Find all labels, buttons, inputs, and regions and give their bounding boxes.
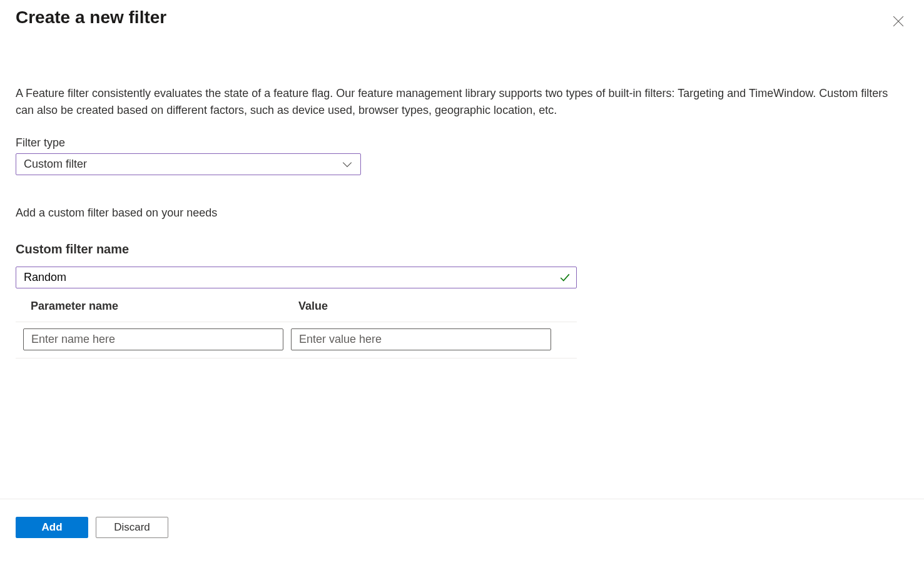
help-text: Add a custom filter based on your needs — [16, 206, 908, 220]
filter-type-label: Filter type — [16, 136, 908, 150]
filter-type-dropdown[interactable]: Custom filter — [16, 153, 361, 175]
parameter-value-input[interactable] — [291, 328, 551, 350]
parameter-row — [16, 322, 577, 359]
page-title: Create a new filter — [16, 8, 166, 28]
footer-actions: Add Discard — [0, 499, 924, 538]
check-icon — [559, 272, 571, 283]
custom-filter-name-label: Custom filter name — [16, 242, 908, 257]
discard-button[interactable]: Discard — [96, 517, 168, 538]
close-button[interactable] — [888, 11, 908, 31]
custom-filter-name-input[interactable] — [16, 267, 577, 288]
parameter-name-header: Parameter name — [31, 300, 298, 313]
close-icon — [893, 16, 904, 27]
add-button[interactable]: Add — [16, 517, 88, 538]
parameter-value-header: Value — [298, 300, 577, 313]
parameter-name-input[interactable] — [23, 328, 283, 350]
chevron-down-icon — [342, 159, 353, 170]
parameters-header-row: Parameter name Value — [16, 300, 577, 322]
parameters-table: Parameter name Value — [16, 300, 577, 359]
filter-type-selected: Custom filter — [24, 158, 87, 171]
description-text: A Feature filter consistently evaluates … — [16, 85, 908, 119]
